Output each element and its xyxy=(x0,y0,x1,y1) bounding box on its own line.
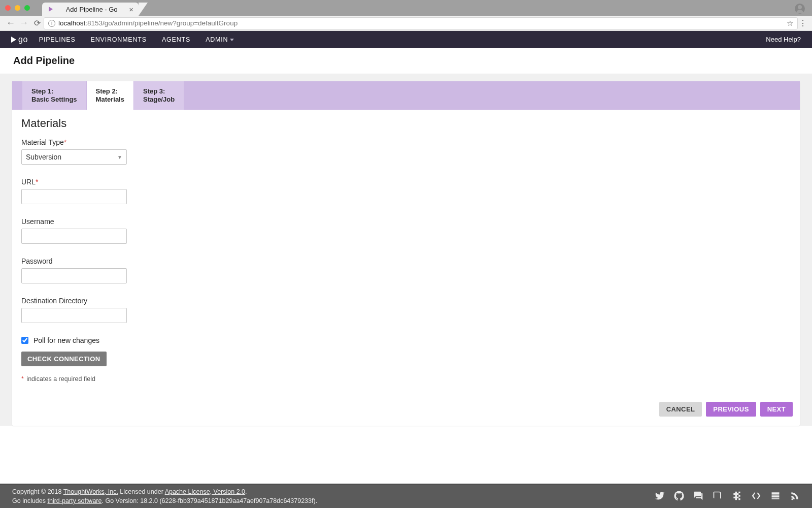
poll-label: Poll for new changes xyxy=(33,336,99,344)
reload-icon[interactable]: ⟳ xyxy=(30,18,44,28)
footer-thirdparty-link[interactable]: third-party software xyxy=(47,497,101,504)
tab-favicon-icon xyxy=(47,6,54,13)
tab-edge xyxy=(139,3,148,16)
next-button[interactable]: NEXT xyxy=(760,402,793,417)
app-logo[interactable]: go xyxy=(0,35,39,44)
wizard-step-number: Step 1: xyxy=(31,87,77,96)
logo-text: go xyxy=(18,35,28,44)
tab-close-icon[interactable]: × xyxy=(129,5,133,14)
wizard-footer: CANCEL PREVIOUS NEXT xyxy=(12,396,800,426)
nav-admin-label: ADMIN xyxy=(206,36,228,43)
site-info-icon[interactable]: i xyxy=(48,20,55,27)
rss-icon[interactable] xyxy=(790,491,800,502)
wizard-step-name: Materials xyxy=(96,96,124,104)
window-controls xyxy=(0,5,35,16)
window-maximize-icon[interactable] xyxy=(24,5,30,11)
nav-admin[interactable]: ADMIN xyxy=(206,36,234,43)
server-icon[interactable] xyxy=(770,491,781,502)
wizard-step-name: Stage/Job xyxy=(143,96,175,104)
password-label: Password xyxy=(21,257,138,265)
required-note: * indicates a required field xyxy=(21,375,791,383)
window-minimize-icon[interactable] xyxy=(15,5,20,11)
app-footer: Copyright © 2018 ThoughtWorks, Inc. Lice… xyxy=(0,484,812,508)
url-host: localhost xyxy=(58,19,85,27)
material-type-value: Subversion xyxy=(26,153,61,161)
book-icon[interactable] xyxy=(713,491,723,502)
url-label: URL* xyxy=(21,178,138,186)
wizard-step-number: Step 2: xyxy=(96,87,124,96)
wizard-steps: Step 1: Basic Settings Step 2: Materials… xyxy=(12,81,800,110)
wizard-step-stage-job[interactable]: Step 3: Stage/Job xyxy=(134,81,184,110)
url-input[interactable]: i localhost:8153/go/admin/pipeline/new?g… xyxy=(44,17,798,29)
need-help-link[interactable]: Need Help? xyxy=(766,36,812,43)
material-type-select[interactable]: Subversion ▼ xyxy=(21,149,127,165)
password-input[interactable] xyxy=(21,268,127,283)
browser-menu-icon[interactable]: ⋮ xyxy=(798,18,808,28)
wizard-step-name: Basic Settings xyxy=(31,96,77,104)
nav-pipelines[interactable]: PIPELINES xyxy=(39,36,76,43)
chevron-down-icon xyxy=(230,39,234,41)
poll-checkbox[interactable] xyxy=(21,337,28,344)
username-input[interactable] xyxy=(21,229,127,244)
destination-directory-label: Destination Directory xyxy=(21,297,138,305)
github-icon[interactable] xyxy=(674,491,684,502)
cancel-button[interactable]: CANCEL xyxy=(659,402,702,417)
wizard-step-materials[interactable]: Step 2: Materials xyxy=(87,81,134,110)
footer-license-link[interactable]: Apache License, Version 2.0 xyxy=(165,488,245,495)
profile-icon[interactable] xyxy=(795,4,805,14)
bookmark-star-icon[interactable]: ☆ xyxy=(787,19,793,28)
window-close-icon[interactable] xyxy=(5,5,11,11)
previous-button[interactable]: PREVIOUS xyxy=(706,402,756,417)
page-header: Add Pipeline xyxy=(0,48,812,74)
check-connection-button[interactable]: CHECK CONNECTION xyxy=(21,352,107,366)
browser-tab[interactable]: Add Pipeline - Go × xyxy=(42,3,139,16)
pipeline-wizard: Step 1: Basic Settings Step 2: Materials… xyxy=(12,81,800,426)
nav-agents[interactable]: AGENTS xyxy=(162,36,190,43)
username-label: Username xyxy=(21,217,138,226)
section-heading: Materials xyxy=(21,117,791,130)
browser-tab-strip: Add Pipeline - Go × xyxy=(0,0,812,16)
wizard-step-number: Step 3: xyxy=(143,87,175,96)
forward-icon: → xyxy=(17,18,30,28)
chat-icon[interactable] xyxy=(693,491,703,502)
api-icon[interactable] xyxy=(751,491,761,502)
back-icon[interactable]: ← xyxy=(4,18,17,28)
footer-thoughtworks-link[interactable]: ThoughtWorks, Inc. xyxy=(63,488,118,495)
footer-text: Copyright © 2018 ThoughtWorks, Inc. Lice… xyxy=(12,487,317,505)
nav-environments[interactable]: ENVIRONMENTS xyxy=(91,36,147,43)
page-title: Add Pipeline xyxy=(13,55,799,67)
chevron-down-icon: ▼ xyxy=(117,154,122,160)
logo-icon xyxy=(11,37,16,43)
url-path: :8153/go/admin/pipeline/new?group=defaul… xyxy=(85,19,238,27)
wizard-step-basic-settings[interactable]: Step 1: Basic Settings xyxy=(22,81,87,110)
address-bar: ← → ⟳ i localhost:8153/go/admin/pipeline… xyxy=(0,16,812,31)
material-type-label: Material Type* xyxy=(21,138,138,146)
tab-title: Add Pipeline - Go xyxy=(66,6,118,13)
app-navbar: go PIPELINES ENVIRONMENTS AGENTS ADMIN N… xyxy=(0,31,812,48)
destination-directory-input[interactable] xyxy=(21,308,127,323)
twitter-icon[interactable] xyxy=(655,491,665,502)
url-input-field[interactable] xyxy=(21,189,127,204)
plugin-icon[interactable] xyxy=(732,491,742,502)
